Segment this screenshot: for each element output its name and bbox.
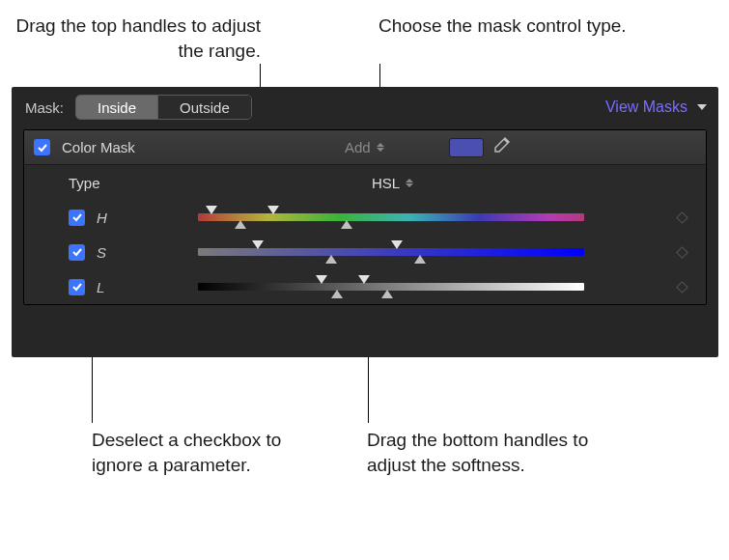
type-value: HSL (372, 175, 400, 191)
softness-handle-bottom[interactable] (235, 220, 246, 229)
chevron-down-icon (697, 104, 707, 110)
range-handle-top[interactable] (206, 206, 217, 214)
callout-bottom-handles: Drag the bottom handles to adjust the so… (367, 428, 589, 477)
channel-row-l: L (24, 269, 706, 304)
color-mask-checkbox[interactable] (34, 139, 50, 155)
mask-inset: Color Mask Add Type HSL (23, 129, 707, 305)
add-mask-button[interactable]: Add (345, 139, 384, 155)
softness-handle-bottom[interactable] (325, 255, 337, 264)
mask-segment-control[interactable]: Inside Outside (75, 95, 252, 120)
range-handle-top[interactable] (252, 240, 264, 249)
callout-mask-type: Choose the mask control type. (379, 14, 630, 39)
eyedropper-icon[interactable] (491, 136, 511, 158)
seg-outside[interactable]: Outside (157, 96, 251, 119)
range-handle-top[interactable] (316, 275, 327, 284)
mask-panel: Mask: Inside Outside View Masks Color Ma… (12, 87, 718, 357)
channel-s-slider[interactable] (198, 235, 584, 269)
updown-icon (406, 179, 413, 187)
callout-checkbox: Deselect a checkbox to ignore a paramete… (92, 428, 294, 477)
softness-handle-bottom[interactable] (331, 290, 343, 298)
channel-h-slider[interactable] (198, 200, 584, 235)
type-label: Type (69, 175, 100, 191)
channel-s-label: S (97, 244, 106, 261)
channel-h-label: H (97, 210, 107, 226)
channel-l-checkbox[interactable] (69, 279, 85, 295)
keyframe-button[interactable] (676, 211, 688, 224)
view-masks-menu[interactable]: View Masks (605, 98, 707, 116)
view-masks-label: View Masks (605, 98, 687, 116)
mask-toolbar: Mask: Inside Outside View Masks (12, 87, 718, 124)
seg-inside[interactable]: Inside (76, 96, 157, 119)
callout-top-handles: Drag the top handles to adjust the range… (10, 14, 261, 63)
type-row: Type HSL (24, 165, 706, 200)
saturation-track (198, 248, 584, 256)
softness-handle-bottom[interactable] (341, 220, 352, 229)
add-mask-label: Add (345, 139, 371, 155)
updown-icon (377, 143, 384, 152)
range-handle-top[interactable] (391, 240, 403, 249)
softness-handle-bottom[interactable] (381, 290, 393, 298)
channel-s-checkbox[interactable] (69, 244, 85, 261)
hue-track (198, 213, 584, 221)
range-handle-top[interactable] (358, 275, 370, 284)
keyframe-button[interactable] (676, 246, 688, 259)
channel-row-h: H (24, 200, 706, 235)
check-icon (37, 142, 48, 154)
channel-l-slider[interactable] (198, 269, 584, 304)
type-select[interactable]: HSL (372, 175, 413, 191)
keyframe-button[interactable] (676, 281, 688, 294)
color-swatch[interactable] (449, 138, 484, 157)
color-mask-title: Color Mask (62, 139, 135, 155)
mask-label: Mask: (25, 99, 64, 116)
channel-row-s: S (24, 235, 706, 269)
check-icon (71, 281, 83, 293)
range-handle-top[interactable] (267, 206, 279, 214)
check-icon (71, 211, 83, 223)
check-icon (71, 246, 83, 258)
color-mask-header-row: Color Mask Add (24, 130, 706, 165)
channel-h-checkbox[interactable] (69, 210, 85, 226)
channel-l-label: L (97, 279, 104, 295)
softness-handle-bottom[interactable] (414, 255, 426, 264)
